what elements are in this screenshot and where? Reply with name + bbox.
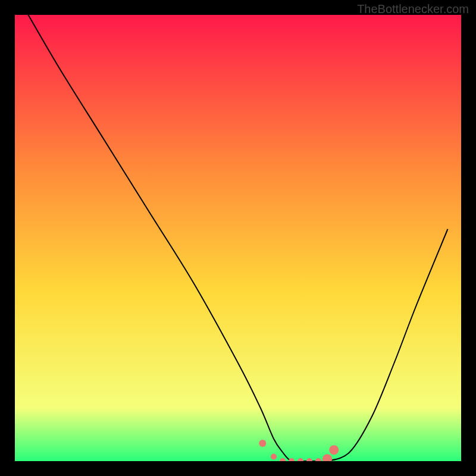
marker-point [322, 454, 332, 461]
watermark-text: TheBottlenecker.com [357, 2, 469, 16]
marker-point [280, 458, 286, 461]
curve-layer [15, 15, 461, 461]
marker-point [271, 454, 277, 460]
highlighted-flat-region [259, 440, 339, 461]
marker-point [315, 458, 321, 461]
marker-point [329, 445, 339, 455]
marker-point [306, 458, 312, 461]
marker-point [259, 440, 266, 447]
marker-point [289, 458, 295, 461]
marker-point [298, 458, 303, 461]
plot-area [15, 15, 461, 461]
bottleneck-curve [29, 15, 448, 461]
